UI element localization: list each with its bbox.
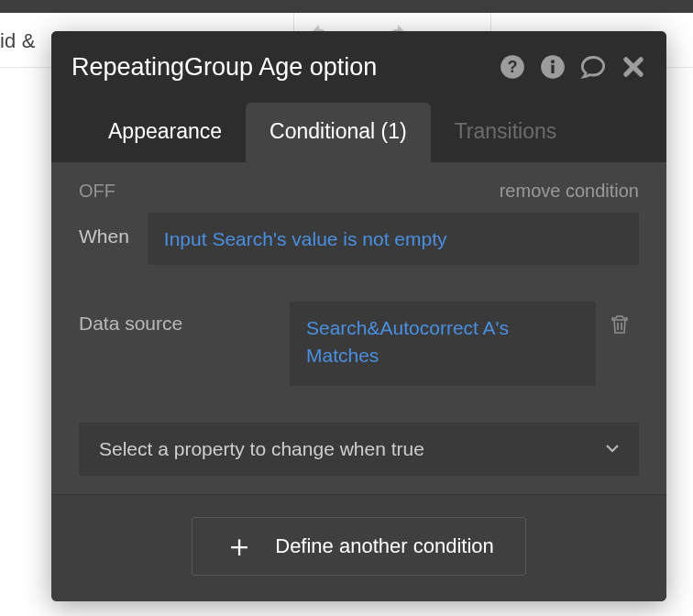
when-row: When Input Search's value is not empty: [79, 213, 639, 265]
condition-header-row: OFF remove condition: [79, 181, 639, 202]
svg-text:?: ?: [508, 58, 518, 76]
define-another-condition-button[interactable]: ＋ Define another condition: [192, 517, 526, 576]
info-icon[interactable]: [540, 54, 566, 80]
data-source-expression[interactable]: Search&Autocorrect A's Matches: [290, 302, 596, 386]
define-another-label: Define another condition: [275, 534, 494, 558]
when-label: When: [79, 213, 148, 248]
data-source-row: Data source Search&Autocorrect A's Match…: [79, 302, 639, 386]
bg-text-left: id &: [0, 29, 36, 53]
tab-transitions[interactable]: Transitions: [431, 103, 581, 162]
tab-conditional[interactable]: Conditional (1): [246, 103, 431, 162]
panel-title: RepeatingGroup Age option: [72, 53, 500, 82]
window-top-strip: [0, 0, 693, 13]
condition-off-badge[interactable]: OFF: [79, 181, 116, 202]
help-icon[interactable]: ?: [500, 54, 525, 80]
header-icon-group: ?: [500, 54, 646, 80]
panel-title-row: RepeatingGroup Age option ?: [72, 31, 646, 103]
close-icon[interactable]: [621, 54, 646, 80]
svg-rect-3: [551, 65, 554, 73]
property-select[interactable]: Select a property to change when true: [79, 423, 639, 476]
chevron-down-icon: [606, 442, 619, 456]
data-source-label: Data source: [79, 302, 290, 335]
remove-condition-link[interactable]: remove condition: [500, 181, 639, 202]
delete-data-source-icon[interactable]: [596, 302, 634, 341]
element-editor-panel: RepeatingGroup Age option ? Appearance C…: [51, 31, 666, 601]
tab-bar: Appearance Conditional (1) Transitions: [72, 103, 646, 162]
comment-icon[interactable]: [580, 54, 606, 80]
panel-footer: ＋ Define another condition: [51, 494, 666, 601]
property-select-placeholder: Select a property to change when true: [99, 438, 424, 460]
panel-header: RepeatingGroup Age option ? Appearance C…: [51, 31, 666, 162]
panel-body: OFF remove condition When Input Search's…: [51, 162, 666, 494]
tab-appearance[interactable]: Appearance: [84, 103, 246, 162]
svg-point-4: [551, 60, 555, 63]
when-expression[interactable]: Input Search's value is not empty: [148, 213, 639, 265]
